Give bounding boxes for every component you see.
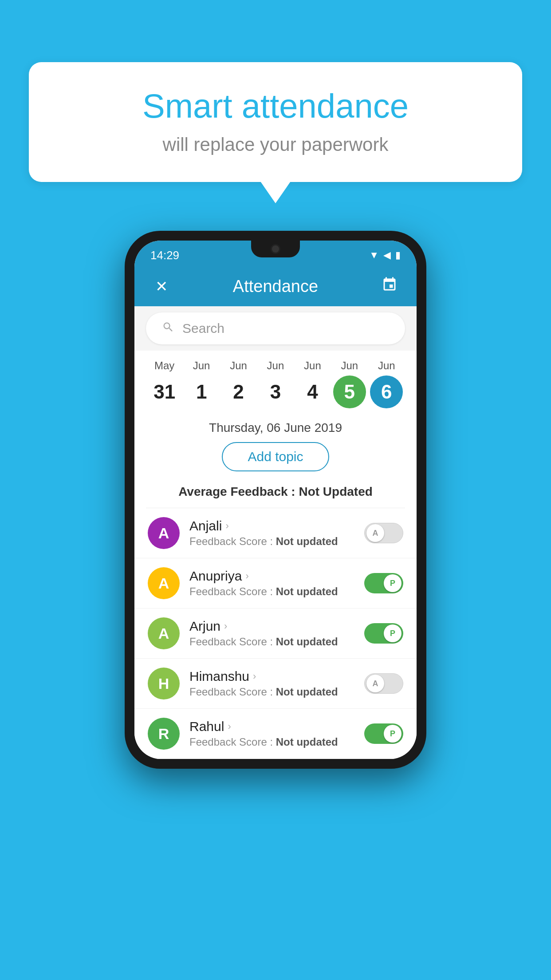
phone-screen: 14:29 ▼ ◀ ▮ ✕ Attendance: [134, 241, 417, 759]
cal-month-0: May: [154, 360, 174, 372]
search-placeholder: Search: [182, 321, 224, 336]
status-time: 14:29: [150, 249, 179, 262]
student-item-3[interactable]: HHimanshu ›Feedback Score : Not updatedA: [134, 659, 417, 709]
student-feedback-0: Feedback Score : Not updated: [189, 535, 354, 548]
calendar-day-2[interactable]: Jun2: [221, 360, 256, 408]
status-icons: ▼ ◀ ▮: [369, 249, 401, 261]
add-topic-container: Add topic: [134, 438, 417, 479]
student-avatar-4: R: [148, 718, 180, 750]
wifi-icon: ▼: [369, 249, 379, 261]
speech-bubble-container: Smart attendance will replace your paper…: [29, 62, 522, 182]
student-avatar-0: A: [148, 517, 180, 549]
student-info-3: Himanshu ›Feedback Score : Not updated: [189, 669, 354, 698]
cal-month-2: Jun: [230, 360, 247, 372]
student-item-2[interactable]: AArjun ›Feedback Score : Not updatedP: [134, 609, 417, 659]
calendar-day-4[interactable]: Jun4: [295, 360, 330, 408]
attendance-toggle-3[interactable]: A: [364, 673, 403, 694]
student-list: AAnjali ›Feedback Score : Not updatedAAA…: [134, 508, 417, 759]
attendance-toggle-1[interactable]: P: [364, 573, 403, 593]
cal-date-5: 5: [333, 375, 366, 408]
calendar-day-1[interactable]: Jun1: [184, 360, 219, 408]
battery-icon: ▮: [395, 249, 401, 261]
average-feedback-label: Average Feedback :: [178, 485, 295, 498]
student-avatar-1: A: [148, 567, 180, 599]
cal-month-6: Jun: [378, 360, 395, 372]
close-icon[interactable]: ✕: [150, 277, 173, 295]
search-icon: [162, 321, 174, 336]
cal-date-3: 3: [259, 375, 292, 408]
student-feedback-4: Feedback Score : Not updated: [189, 736, 354, 748]
calendar-icon[interactable]: [378, 277, 401, 296]
chevron-icon: ›: [253, 671, 256, 682]
student-feedback-2: Feedback Score : Not updated: [189, 636, 354, 648]
calendar-strip: May31Jun1Jun2Jun3Jun4Jun5Jun6: [134, 351, 417, 413]
speech-bubble-title: Smart attendance: [55, 87, 496, 125]
calendar-day-6[interactable]: Jun6: [369, 360, 404, 408]
student-item-4[interactable]: RRahul ›Feedback Score : Not updatedP: [134, 709, 417, 759]
student-item-0[interactable]: AAnjali ›Feedback Score : Not updatedA: [134, 508, 417, 558]
signal-icon: ◀: [383, 249, 391, 261]
student-info-1: Anupriya ›Feedback Score : Not updated: [189, 569, 354, 598]
cal-month-4: Jun: [304, 360, 321, 372]
phone-container: 14:29 ▼ ◀ ▮ ✕ Attendance: [125, 231, 426, 769]
average-feedback-value: Not Updated: [299, 485, 372, 498]
student-name-1: Anupriya ›: [189, 569, 354, 584]
cal-month-3: Jun: [267, 360, 284, 372]
student-avatar-2: A: [148, 617, 180, 649]
student-name-2: Arjun ›: [189, 619, 354, 634]
cal-month-5: Jun: [341, 360, 358, 372]
search-box[interactable]: Search: [146, 312, 405, 344]
student-name-3: Himanshu ›: [189, 669, 354, 684]
student-item-1[interactable]: AAnupriya ›Feedback Score : Not updatedP: [134, 558, 417, 609]
calendar-day-3[interactable]: Jun3: [258, 360, 293, 408]
search-container: Search: [134, 306, 417, 351]
speech-bubble-subtitle: will replace your paperwork: [55, 134, 496, 155]
speech-bubble: Smart attendance will replace your paper…: [29, 62, 522, 182]
attendance-toggle-4[interactable]: P: [364, 723, 403, 744]
cal-date-4: 4: [296, 375, 329, 408]
chevron-icon: ›: [228, 721, 231, 732]
date-label: Thursday, 06 June 2019: [134, 413, 417, 438]
student-info-2: Arjun ›Feedback Score : Not updated: [189, 619, 354, 648]
student-name-0: Anjali ›: [189, 518, 354, 533]
student-feedback-3: Feedback Score : Not updated: [189, 686, 354, 698]
average-feedback: Average Feedback : Not Updated: [134, 479, 417, 508]
app-bar: ✕ Attendance: [134, 266, 417, 306]
phone-camera: [271, 244, 280, 254]
calendar-day-0[interactable]: May31: [147, 360, 182, 408]
add-topic-button[interactable]: Add topic: [222, 442, 329, 471]
app-bar-title: Attendance: [173, 277, 378, 296]
cal-date-0: 31: [148, 375, 181, 408]
student-avatar-3: H: [148, 668, 180, 699]
phone-notch: [251, 241, 300, 257]
cal-date-1: 1: [185, 375, 218, 408]
chevron-icon: ›: [224, 620, 227, 632]
student-name-4: Rahul ›: [189, 719, 354, 734]
cal-month-1: Jun: [193, 360, 210, 372]
cal-date-2: 2: [222, 375, 255, 408]
attendance-toggle-2[interactable]: P: [364, 623, 403, 644]
attendance-toggle-0[interactable]: A: [364, 523, 403, 543]
student-info-0: Anjali ›Feedback Score : Not updated: [189, 518, 354, 548]
cal-date-6: 6: [370, 375, 403, 408]
phone-outer: 14:29 ▼ ◀ ▮ ✕ Attendance: [125, 231, 426, 769]
chevron-icon: ›: [225, 520, 228, 532]
chevron-icon: ›: [245, 570, 248, 582]
student-info-4: Rahul ›Feedback Score : Not updated: [189, 719, 354, 748]
student-feedback-1: Feedback Score : Not updated: [189, 585, 354, 598]
calendar-day-5[interactable]: Jun5: [332, 360, 367, 408]
